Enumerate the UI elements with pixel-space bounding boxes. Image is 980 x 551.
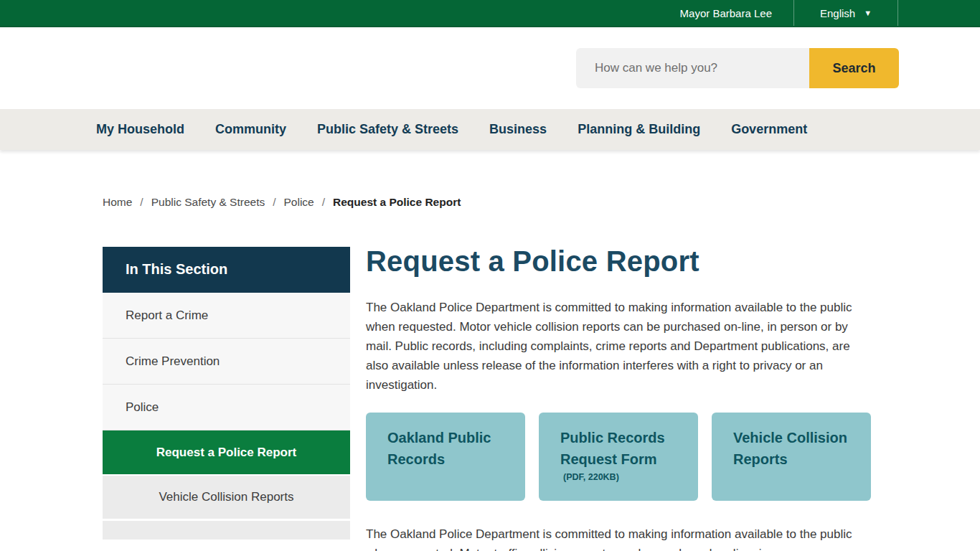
card-title: Vehicle Collision Reports	[733, 427, 859, 470]
sidebar-title: In This Section	[103, 247, 350, 293]
link-cards: Oakland Public Records Public Records Re…	[366, 413, 872, 501]
sidebar-item-police[interactable]: Police	[103, 385, 350, 430]
nav-item-business[interactable]: Business	[489, 122, 547, 137]
nav-item-planning-building[interactable]: Planning & Building	[578, 122, 700, 137]
breadcrumb-police[interactable]: Police	[284, 196, 314, 209]
sidebar-item-partial[interactable]	[103, 521, 350, 540]
card-vehicle-collision-reports[interactable]: Vehicle Collision Reports	[712, 413, 871, 501]
mayor-link[interactable]: Mayor Barbara Lee	[659, 0, 793, 26]
nav-item-my-household[interactable]: My Household	[96, 122, 184, 137]
card-file-meta: (PDF, 220KB)	[560, 472, 687, 482]
search-input[interactable]	[576, 48, 809, 88]
mayor-label: Mayor Barbara Lee	[680, 7, 772, 19]
nav-item-government[interactable]: Government	[731, 122, 807, 137]
breadcrumb-public-safety-streets[interactable]: Public Safety & Streets	[151, 196, 265, 209]
nav-item-community[interactable]: Community	[215, 122, 286, 137]
card-oakland-public-records[interactable]: Oakland Public Records	[366, 413, 525, 501]
nav-item-public-safety-streets[interactable]: Public Safety & Streets	[317, 122, 458, 137]
content-area: In This Section Report a Crime Crime Pre…	[103, 247, 872, 551]
breadcrumb-separator: /	[273, 196, 275, 209]
breadcrumb: Home / Public Safety & Streets / Police …	[103, 196, 980, 209]
site-header: Search	[0, 27, 980, 109]
section-sidebar: In This Section Report a Crime Crime Pre…	[103, 247, 350, 540]
intro-paragraph: The Oakland Police Department is committ…	[366, 298, 872, 395]
primary-nav: My Household Community Public Safety & S…	[0, 109, 980, 150]
article: Request a Police Report The Oakland Poli…	[366, 247, 872, 551]
breadcrumb-home[interactable]: Home	[103, 196, 132, 209]
sidebar-item-crime-prevention[interactable]: Crime Prevention	[103, 339, 350, 385]
sidebar-item-request-a-police-report[interactable]: Request a Police Report	[103, 430, 350, 476]
sidebar-item-report-a-crime[interactable]: Report a Crime	[103, 293, 350, 339]
breadcrumb-separator: /	[140, 196, 143, 209]
card-public-records-request-form[interactable]: Public Records Request Form (PDF, 220KB)	[539, 413, 698, 501]
chevron-down-icon: ▼	[864, 9, 872, 17]
sidebar-item-vehicle-collision-reports[interactable]: Vehicle Collision Reports	[103, 476, 350, 521]
site-search: Search	[576, 48, 899, 88]
language-selector[interactable]: English ▼	[794, 0, 897, 26]
breadcrumb-separator: /	[322, 196, 325, 209]
card-title: Oakland Public Records	[387, 427, 514, 470]
breadcrumb-current-page: Request a Police Report	[333, 196, 461, 209]
second-paragraph: The Oakland Police Department is committ…	[366, 524, 872, 551]
top-bar-spacer	[898, 0, 980, 26]
search-button[interactable]: Search	[809, 48, 899, 88]
top-utility-bar: Mayor Barbara Lee English ▼	[0, 0, 980, 27]
page-title: Request a Police Report	[366, 247, 872, 276]
language-label: English	[820, 7, 855, 19]
card-title: Public Records Request Form	[560, 427, 687, 470]
